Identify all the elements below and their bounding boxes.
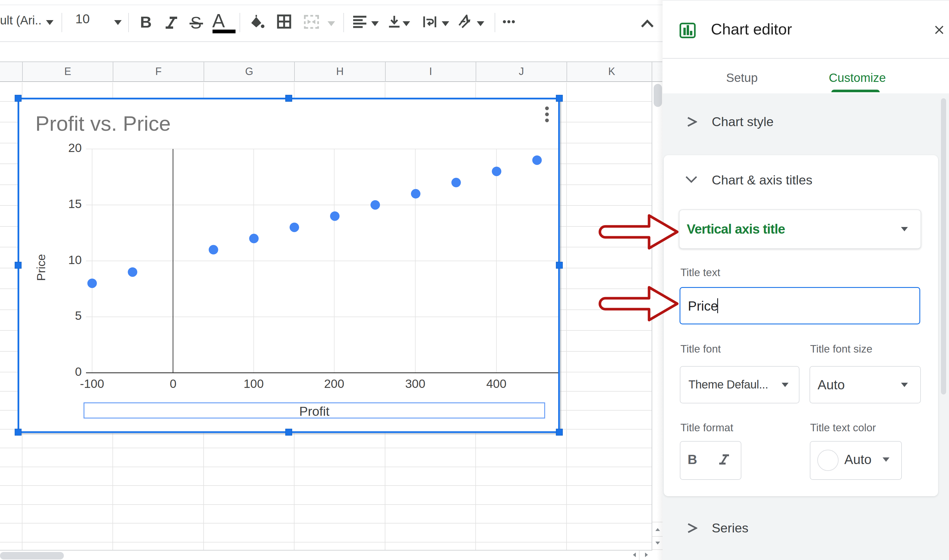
svg-text:5: 5 — [75, 309, 82, 322]
svg-text:300: 300 — [405, 377, 425, 391]
svg-text:15: 15 — [68, 197, 82, 211]
svg-text:400: 400 — [486, 377, 506, 391]
svg-text:Profit vs. Price: Profit vs. Price — [35, 112, 171, 135]
svg-text:20: 20 — [68, 141, 82, 155]
svg-text:Profit: Profit — [299, 404, 330, 418]
svg-text:0: 0 — [75, 365, 82, 378]
svg-text:-100: -100 — [80, 377, 104, 391]
svg-text:200: 200 — [324, 377, 344, 391]
svg-text:10: 10 — [68, 253, 82, 267]
svg-text:0: 0 — [170, 377, 176, 391]
svg-text:Price: Price — [34, 254, 48, 281]
svg-text:100: 100 — [244, 377, 264, 391]
